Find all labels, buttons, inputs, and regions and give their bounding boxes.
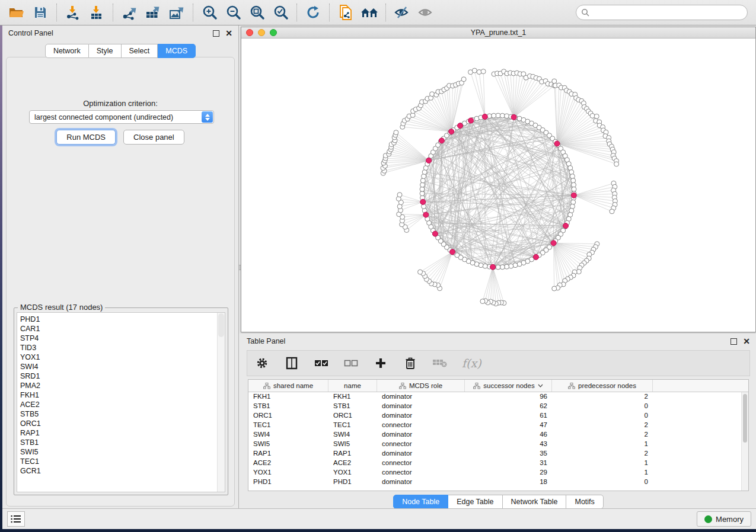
graph-leaf-node[interactable] [481, 69, 486, 74]
graph-ring-node[interactable] [420, 191, 425, 196]
table-row[interactable]: STB1STB1dominator620 [248, 402, 748, 411]
node-table[interactable]: shared namenameMCDS rolesuccessor nodesp… [248, 379, 749, 491]
graph-leaf-node[interactable] [614, 162, 619, 166]
result-node-item[interactable]: SWI4 [20, 362, 225, 371]
graph-mcds-hub-node[interactable] [458, 123, 463, 129]
graph-leaf-node[interactable] [552, 286, 557, 291]
zoom-fit-button[interactable] [245, 2, 269, 23]
table-row[interactable]: ORC1ORC1dominator610 [248, 411, 748, 421]
graph-mcds-hub-node[interactable] [490, 264, 496, 270]
graph-leaf-node[interactable] [394, 130, 398, 135]
graph-mcds-hub-node[interactable] [534, 254, 539, 259]
zoom-in-button[interactable] [197, 2, 221, 23]
cell-successor-nodes[interactable]: 61 [465, 411, 552, 421]
table-row[interactable]: FKH1FKH1dominator962 [248, 392, 748, 402]
import-table-button[interactable] [85, 2, 109, 23]
cell-mcds-role[interactable]: dominator [377, 411, 465, 421]
graph-ring-node[interactable] [496, 265, 500, 270]
graph-leaf-node[interactable] [430, 92, 435, 97]
close-panel-button[interactable]: Close panel [123, 130, 184, 145]
graph-ring-node[interactable] [500, 265, 505, 270]
import-network-button[interactable] [61, 2, 85, 23]
delete-row-button[interactable] [403, 355, 418, 371]
graph-mcds-hub-node[interactable] [449, 249, 455, 255]
graph-mcds-hub-node[interactable] [420, 199, 426, 204]
column-header-mcds-role[interactable]: MCDS role [377, 380, 465, 392]
tab-mcds[interactable]: MCDS [158, 44, 196, 58]
table-scrollbar[interactable] [741, 392, 748, 491]
result-node-item[interactable]: ORC1 [20, 419, 225, 428]
result-node-item[interactable]: TID3 [20, 343, 225, 352]
graph-mcds-hub-node[interactable] [449, 129, 454, 134]
deselect-all-button[interactable] [343, 355, 359, 371]
run-mcds-button[interactable]: Run MCDS [56, 130, 116, 145]
cell-mcds-role[interactable]: dominator [377, 402, 465, 411]
cell-successor-nodes[interactable]: 62 [465, 402, 552, 411]
cell-predecessor-nodes[interactable]: 1 [552, 468, 653, 477]
result-node-item[interactable]: STP4 [20, 334, 225, 343]
graph-mcds-hub-node[interactable] [563, 223, 569, 229]
graph-mcds-hub-node[interactable] [432, 231, 438, 236]
graph-leaf-node[interactable] [594, 114, 599, 118]
cell-mcds-role[interactable]: connector [377, 459, 465, 468]
cell-predecessor-nodes[interactable]: 1 [552, 459, 653, 468]
cell-successor-nodes[interactable]: 43 [465, 440, 552, 449]
cell-name[interactable]: TEC1 [328, 421, 377, 430]
cell-predecessor-nodes[interactable]: 2 [552, 392, 653, 402]
search-box[interactable] [576, 5, 748, 20]
cell-predecessor-nodes[interactable]: 2 [552, 421, 653, 430]
cell-mcds-role[interactable]: dominator [377, 477, 465, 487]
cell-mcds-role[interactable]: connector [377, 440, 465, 449]
graph-leaf-node[interactable] [472, 68, 477, 73]
table-row[interactable]: SWI4SWI4dominator462 [248, 430, 748, 440]
cell-successor-nodes[interactable]: 31 [465, 459, 552, 468]
function-builder-button[interactable]: f(x) [462, 355, 481, 371]
tab-select[interactable]: Select [122, 44, 158, 58]
cell-mcds-role[interactable]: dominator [377, 449, 465, 459]
tab-node-table[interactable]: Node Table [393, 495, 448, 509]
cell-successor-nodes[interactable]: 46 [465, 430, 552, 440]
zoom-out-button[interactable] [221, 2, 245, 23]
show-all-button[interactable] [414, 2, 438, 23]
cell-successor-nodes[interactable]: 35 [465, 449, 552, 459]
result-node-item[interactable]: PHD1 [20, 315, 225, 324]
graph-ring-node[interactable] [572, 187, 576, 191]
close-table-panel-icon[interactable]: ✕ [743, 338, 750, 345]
cell-successor-nodes[interactable]: 96 [465, 392, 552, 402]
export-network-button[interactable] [117, 2, 141, 23]
graph-leaf-node[interactable] [480, 299, 485, 304]
cell-mcds-role[interactable]: dominator [377, 430, 465, 440]
result-node-item[interactable]: RAP1 [20, 428, 225, 438]
export-image-button[interactable] [165, 2, 189, 23]
search-input[interactable] [592, 8, 742, 17]
float-panel-icon[interactable] [213, 30, 219, 37]
graph-leaf-node[interactable] [610, 209, 614, 214]
cell-successor-nodes[interactable]: 18 [465, 477, 552, 487]
hide-selected-button[interactable] [390, 2, 414, 23]
result-node-item[interactable]: TEC1 [20, 457, 225, 466]
graph-ring-node[interactable] [571, 178, 576, 183]
table-settings-button[interactable] [254, 355, 270, 371]
cell-name[interactable]: PHD1 [328, 477, 377, 487]
network-view-canvas[interactable] [241, 39, 755, 332]
cell-name[interactable]: YOX1 [328, 468, 377, 477]
cell-shared-name[interactable]: YOX1 [248, 468, 328, 477]
cell-shared-name[interactable]: ORC1 [248, 411, 328, 421]
cell-name[interactable]: STB1 [328, 402, 377, 411]
cell-mcds-role[interactable]: connector [377, 468, 465, 477]
cell-predecessor-nodes[interactable]: 2 [552, 430, 653, 440]
graph-mcds-hub-node[interactable] [423, 212, 429, 217]
mcds-result-list[interactable]: PHD1CAR1STP4TID3YOX1SWI4SRD1PMA2FKH1ACE2… [17, 312, 225, 492]
result-node-item[interactable]: ACE2 [20, 400, 225, 409]
graph-leaf-node[interactable] [397, 193, 402, 197]
graph-ring-node[interactable] [496, 113, 500, 118]
memory-button[interactable]: Memory [697, 511, 751, 527]
column-header-shared-name[interactable]: shared name [248, 380, 328, 392]
save-session-button[interactable] [28, 2, 52, 23]
cell-predecessor-nodes[interactable]: 1 [552, 440, 653, 449]
cell-predecessor-nodes[interactable]: 0 [552, 402, 653, 411]
result-node-item[interactable]: STB5 [20, 409, 225, 419]
column-header-predecessor-nodes[interactable]: predecessor nodes [552, 380, 653, 392]
cell-name[interactable]: ORC1 [328, 411, 377, 421]
tab-style[interactable]: Style [89, 44, 122, 58]
